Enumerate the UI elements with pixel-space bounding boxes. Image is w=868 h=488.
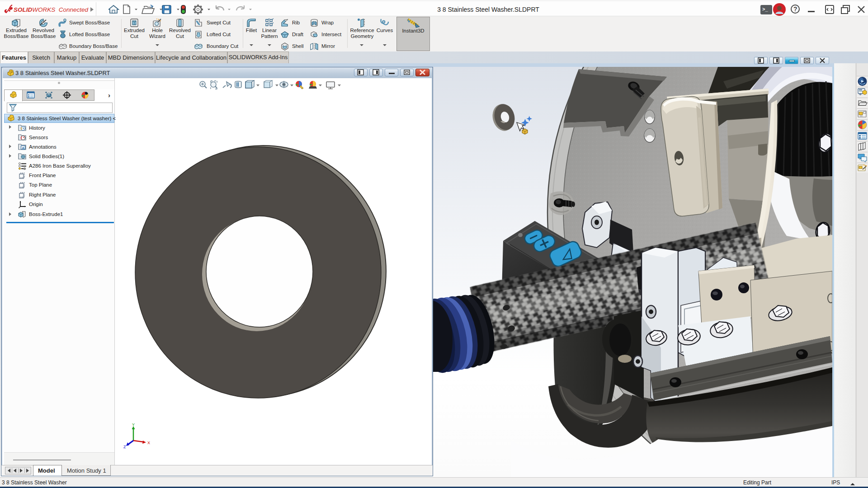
svg-text:Y: Y bbox=[132, 422, 135, 427]
svg-text:Z: Z bbox=[123, 445, 126, 449]
svg-text:A: A bbox=[22, 146, 24, 150]
svg-text:X: X bbox=[147, 441, 150, 445]
